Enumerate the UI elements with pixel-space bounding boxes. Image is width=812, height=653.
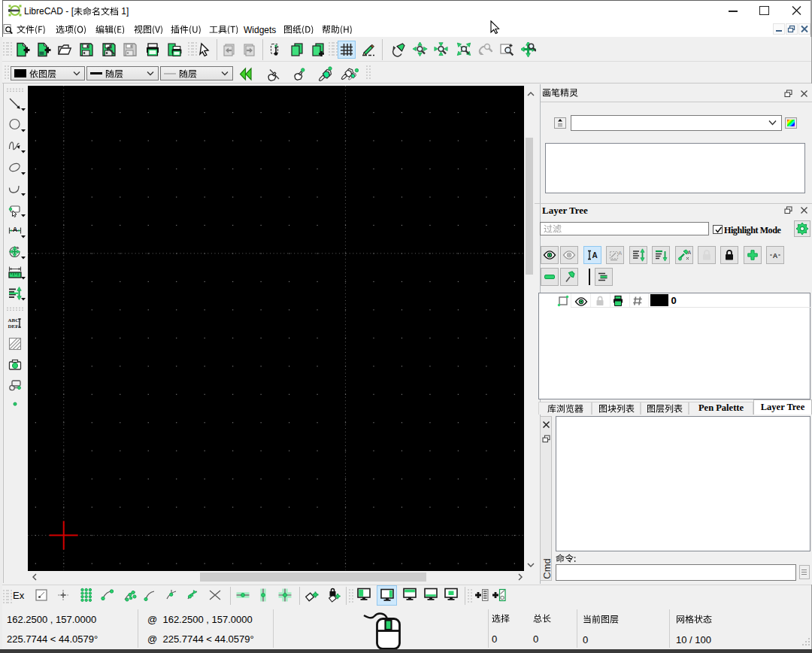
svg-text:ABC: ABC xyxy=(8,317,20,323)
svg-text:A: A xyxy=(592,251,597,259)
svg-text:A: A xyxy=(687,250,691,255)
svg-text:DEF: DEF xyxy=(8,323,19,330)
svg-text:A: A xyxy=(773,251,778,259)
svg-text:A: A xyxy=(618,250,622,257)
svg-text:A: A xyxy=(13,226,18,233)
